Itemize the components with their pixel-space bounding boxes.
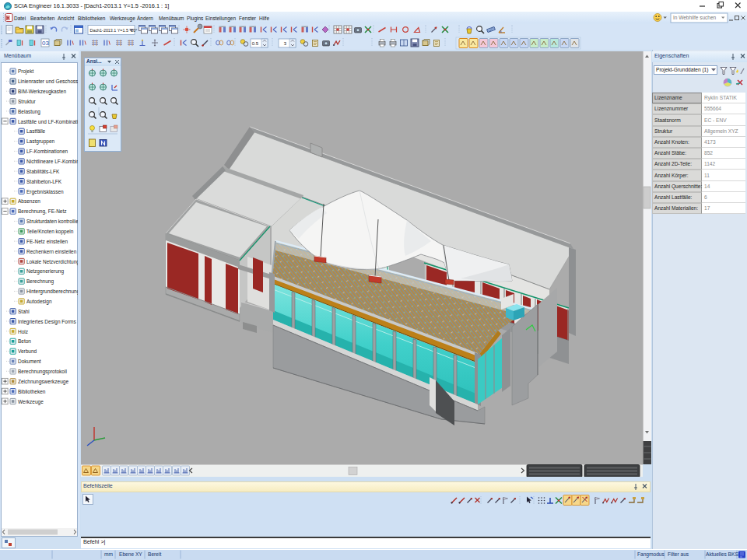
svg-text:Teile/Knoten koppeln: Teile/Knoten koppeln bbox=[26, 229, 74, 235]
svg-text:Stabilitäts-LFK: Stabilitäts-LFK bbox=[26, 169, 60, 174]
svg-text:Rechenkern einstellen: Rechenkern einstellen bbox=[26, 249, 77, 254]
svg-text:FE-Netz einstellen: FE-Netz einstellen bbox=[26, 239, 68, 244]
svg-text:Lastgruppen: Lastgruppen bbox=[26, 138, 55, 145]
svg-text:Lokale Netzverdichtung: Lokale Netzverdichtung bbox=[26, 259, 78, 265]
svg-text:Strukturdaten kontrollier: Strukturdaten kontrollier bbox=[26, 219, 78, 224]
svg-text:Dokument: Dokument bbox=[18, 359, 41, 364]
svg-text:Autodesign: Autodesign bbox=[26, 299, 52, 305]
svg-text:Lastfälle und LF-Kombinatio: Lastfälle und LF-Kombinatio bbox=[18, 119, 78, 124]
svg-text:Hintergrundberechnung: Hintergrundberechnung bbox=[26, 289, 78, 295]
svg-text:Integriertes Design Forms: Integriertes Design Forms bbox=[18, 319, 77, 325]
svg-text:LF-Kombinationen: LF-Kombinationen bbox=[26, 149, 68, 154]
svg-text:Berechnung, FE-Netz: Berechnung, FE-Netz bbox=[18, 208, 67, 215]
svg-text:BIM-Werkzeugkasten: BIM-Werkzeugkasten bbox=[18, 89, 66, 95]
svg-text:Netzgenerierung: Netzgenerierung bbox=[26, 268, 64, 275]
svg-text:Absenzen: Absenzen bbox=[18, 198, 40, 204]
svg-text:Holz: Holz bbox=[18, 329, 28, 334]
svg-text:Ergebnisklassen: Ergebnisklassen bbox=[26, 189, 64, 195]
svg-text:Bibliotheken: Bibliotheken bbox=[18, 389, 46, 394]
svg-text:Verbund: Verbund bbox=[18, 348, 37, 354]
svg-text:Belastung: Belastung bbox=[18, 109, 40, 115]
svg-text:Struktur: Struktur bbox=[18, 99, 37, 104]
svg-text:Werkzeuge: Werkzeuge bbox=[18, 399, 44, 405]
svg-text:Stahlbeton-LFK: Stahlbeton-LFK bbox=[26, 179, 62, 184]
svg-text:Beton: Beton bbox=[18, 338, 31, 344]
svg-text:Zeichnungswerkzeuge: Zeichnungswerkzeuge bbox=[18, 379, 68, 385]
svg-text:Berechnungsprotokoll: Berechnungsprotokoll bbox=[18, 369, 67, 375]
svg-text:Linienraster und Geschosse: Linienraster und Geschosse bbox=[18, 79, 78, 84]
svg-text:Stahl: Stahl bbox=[18, 309, 30, 314]
svg-text:Nichtlineare LF-Kombin: Nichtlineare LF-Kombin bbox=[26, 159, 78, 164]
svg-text:Lastfälle: Lastfälle bbox=[26, 128, 46, 134]
svg-text:Berechnung: Berechnung bbox=[26, 278, 54, 285]
svg-text:Projekt: Projekt bbox=[18, 68, 33, 75]
